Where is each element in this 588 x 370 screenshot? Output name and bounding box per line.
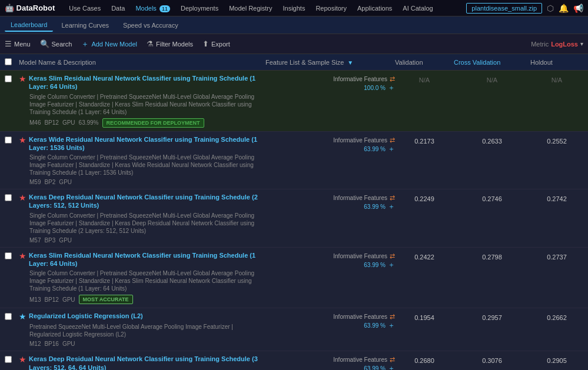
holdout-value: 0.2552 xyxy=(530,135,583,145)
features-add-icon[interactable]: ＋ xyxy=(388,260,395,270)
table-container: ★ Keras Slim Residual Neural Network Cla… xyxy=(0,71,588,370)
model-desc: Single Column Converter | Pretrained Squ… xyxy=(19,269,261,292)
nav-model-registry[interactable]: Model Registry xyxy=(224,3,277,14)
model-tag: GPU xyxy=(59,179,72,185)
model-title-row: ★ Keras Slim Residual Neural Network Cla… xyxy=(19,251,261,268)
holdout-value: 0.2662 xyxy=(530,312,583,321)
row-checkbox[interactable] xyxy=(5,313,12,320)
model-tags: M46BP12GPU63.99% RECOMMENDED FOR DEPLOYM… xyxy=(19,118,261,128)
features-add-icon[interactable]: ＋ xyxy=(388,364,395,370)
row-checkbox[interactable] xyxy=(5,356,12,363)
nav-ai-catalog[interactable]: AI Catalog xyxy=(398,3,437,14)
model-tags: M57BP3GPU xyxy=(19,237,261,244)
model-badge: RECOMMENDED FOR DEPLOYMENT xyxy=(102,118,204,128)
features-icon[interactable]: ⇄ xyxy=(390,136,395,144)
model-tag: BP12 xyxy=(44,119,58,126)
model-desc: Single Column Converter | Pretrained Squ… xyxy=(19,212,261,235)
row-checkbox[interactable] xyxy=(5,194,12,201)
nav-applications[interactable]: Applications xyxy=(353,3,397,14)
features-icon[interactable]: ⇄ xyxy=(390,75,395,83)
model-name[interactable]: Regularized Logistic Regression (L2) xyxy=(29,312,143,320)
features-row: Informative Features ⇄ xyxy=(333,252,395,260)
cross-validation-value: 0.3076 xyxy=(454,355,530,364)
th-feature-list: Feature List & Sample Size ▼ xyxy=(265,59,395,66)
features-label: Informative Features xyxy=(333,314,387,320)
model-type-icon: ★ xyxy=(19,251,26,261)
search-button[interactable]: 🔍 Search xyxy=(40,39,72,48)
model-type-icon: ★ xyxy=(19,193,26,202)
features-label: Informative Features xyxy=(333,76,387,82)
model-tags: M59BP2GPU xyxy=(19,179,261,185)
nav-deployments[interactable]: Deployments xyxy=(176,3,223,14)
features-pct: 63.99 % xyxy=(364,365,386,370)
model-name[interactable]: Keras Slim Residual Neural Network Class… xyxy=(29,74,261,91)
filename-badge[interactable]: plantdisease_small.zip xyxy=(466,3,542,14)
table-row: ★ Keras Deep Residual Neural Network Cla… xyxy=(0,189,588,248)
cross-validation-value: 0.2746 xyxy=(454,193,530,202)
features-add-icon[interactable]: ＋ xyxy=(388,83,395,93)
tab-bar: Leaderboard Learning Curves Speed vs Acc… xyxy=(0,16,588,34)
nav-use-cases[interactable]: Use Cases xyxy=(64,3,105,14)
model-type-icon: ★ xyxy=(19,74,26,84)
features-icon[interactable]: ⇄ xyxy=(390,252,395,260)
megaphone-icon[interactable]: 📢 xyxy=(573,4,583,13)
th-cross-validation[interactable]: Cross Validation xyxy=(454,59,530,66)
logo-text: DataRobot xyxy=(14,4,55,12)
row-checkbox[interactable] xyxy=(5,136,12,144)
tab-leaderboard[interactable]: Leaderboard xyxy=(5,19,53,32)
bell-icon[interactable]: 🔔 xyxy=(559,4,569,13)
nav-models[interactable]: Models 11 xyxy=(131,3,175,14)
nav-repository[interactable]: Repository xyxy=(311,3,351,14)
metric-chevron-icon[interactable]: ▾ xyxy=(580,41,583,47)
models-badge: 11 xyxy=(160,5,170,12)
export-button[interactable]: ⬆ Export xyxy=(202,39,230,48)
features-pct-row: 63.99 % ＋ xyxy=(364,202,395,212)
add-model-button[interactable]: ＋ Add New Model xyxy=(81,39,137,49)
model-name[interactable]: Keras Slim Residual Neural Network Class… xyxy=(29,251,261,268)
share-icon[interactable]: ⬡ xyxy=(547,4,554,13)
table-row: ★ Keras Slim Residual Neural Network Cla… xyxy=(0,71,588,132)
model-tags: M12BP16GPU xyxy=(19,341,261,347)
model-name[interactable]: Keras Deep Residual Neural Network Class… xyxy=(29,355,261,370)
features-icon[interactable]: ⇄ xyxy=(390,313,395,321)
validation-value: N/A xyxy=(395,74,454,84)
model-tag: BP16 xyxy=(44,341,58,347)
features-add-icon[interactable]: ＋ xyxy=(388,321,395,331)
features-icon[interactable]: ⇄ xyxy=(390,194,395,202)
model-name[interactable]: Keras Wide Residual Neural Network Class… xyxy=(29,135,261,152)
row-checkbox-cell xyxy=(5,74,19,82)
model-tag: BP3 xyxy=(44,237,55,244)
model-name[interactable]: Keras Deep Residual Neural Network Class… xyxy=(29,193,261,210)
model-info: ★ Keras Deep Residual Neural Network Cla… xyxy=(19,355,265,370)
tab-learning-curves[interactable]: Learning Curves xyxy=(55,19,115,31)
nav-data[interactable]: Data xyxy=(107,3,129,14)
features-row: Informative Features ⇄ xyxy=(333,136,395,144)
features-pct-row: 63.99 % ＋ xyxy=(364,144,395,154)
feature-filter-icon[interactable]: ▼ xyxy=(347,59,353,66)
features-cell: Informative Features ⇄ 63.99 % ＋ xyxy=(265,312,395,331)
model-title-row: ★ Keras Deep Residual Neural Network Cla… xyxy=(19,355,261,370)
features-pct: 63.99 % xyxy=(364,262,386,268)
select-all-checkbox[interactable] xyxy=(5,58,12,65)
model-tag: GPU xyxy=(62,341,75,347)
validation-value: 0.1954 xyxy=(395,312,454,321)
features-add-icon[interactable]: ＋ xyxy=(388,202,395,212)
model-info: ★ Keras Deep Residual Neural Network Cla… xyxy=(19,193,265,244)
filter-models-button[interactable]: ⚗ Filter Models xyxy=(147,39,193,48)
features-icon[interactable]: ⇄ xyxy=(390,356,395,364)
features-row: Informative Features ⇄ xyxy=(333,356,395,364)
nav-insights[interactable]: Insights xyxy=(278,3,310,14)
th-check xyxy=(5,58,19,66)
row-checkbox-cell xyxy=(5,135,19,144)
search-icon: 🔍 xyxy=(40,39,49,48)
model-tag: M13 xyxy=(29,296,41,303)
row-checkbox[interactable] xyxy=(5,252,12,259)
features-cell: Informative Features ⇄ 63.99 % ＋ xyxy=(265,251,395,270)
features-cell: Informative Features ⇄ 100.0 % ＋ xyxy=(265,74,395,93)
features-add-icon[interactable]: ＋ xyxy=(388,144,395,154)
row-checkbox[interactable] xyxy=(5,75,12,82)
logo[interactable]: 🤖 DataRobot xyxy=(5,4,55,12)
menu-button[interactable]: ☰ Menu xyxy=(5,39,31,48)
tab-speed-accuracy[interactable]: Speed vs Accuracy xyxy=(117,19,184,31)
features-pct-row: 63.99 % ＋ xyxy=(364,364,395,370)
